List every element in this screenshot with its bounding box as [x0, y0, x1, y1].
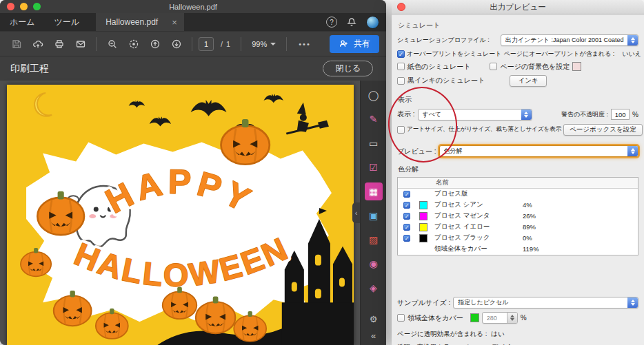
print-icon[interactable] [50, 35, 68, 53]
ink-button[interactable]: インキ [510, 75, 547, 87]
plate-coverage: 89% [523, 223, 536, 231]
transparency-label: ページに透明効果が含まれる : [397, 330, 487, 339]
sample-size-value: 指定したピクセル [458, 298, 627, 307]
preflight-tool-icon[interactable]: ☑ [365, 158, 383, 176]
sample-size-row: サンプルサイズ : 指定したピクセル [397, 297, 638, 309]
warning-opacity-label: 警告の不透明度 : [561, 110, 608, 119]
page-background-swatch[interactable] [572, 62, 581, 71]
document-tab-label: Halloween.pdf [105, 17, 158, 27]
simulate-overprint-row: オーバープリントをシミュレート ページにオーバープリントが含まれる : いいえ [397, 50, 638, 59]
preview-value: 色分解 [444, 147, 628, 156]
next-page-icon[interactable] [167, 35, 185, 53]
close-panel-button[interactable]: 閉じる [323, 61, 373, 76]
gear-icon[interactable]: ⚙ [370, 314, 378, 324]
plate-checkbox[interactable] [403, 235, 410, 242]
cyan-swatch [419, 201, 427, 209]
magenta-swatch [419, 212, 427, 220]
zoom-window-button[interactable] [33, 3, 41, 10]
print-production-tool-icon[interactable]: ▦ [365, 182, 383, 200]
stamp-tool-icon[interactable]: ▭ [365, 134, 383, 152]
overprint-status-label: ページにオーバープリントが含まれる : [504, 50, 615, 59]
pdf-page[interactable]: HAPPY HAPPY HALLOWEEN HALLOWEEN [7, 85, 354, 345]
colorspace-value: デバイス CMYK [491, 343, 539, 345]
table-row: プロセス イエロー 89% [398, 222, 638, 233]
preview-select[interactable]: 色分解 [439, 145, 639, 157]
sample-size-select[interactable]: 指定したピクセル [453, 297, 638, 309]
show-select[interactable]: すべて [418, 109, 532, 121]
page-count: / 1 [221, 40, 230, 48]
close-window-button[interactable] [7, 3, 14, 10]
minimize-window-button[interactable] [20, 3, 28, 10]
dialog-title: 出力プレビュー [392, 2, 644, 12]
plate-checkbox[interactable] [403, 213, 410, 220]
tac-value: 280 [487, 315, 507, 322]
total-area-coverage-checkbox[interactable] [397, 314, 405, 322]
chevron-down-icon [270, 43, 276, 48]
output-preview-tool-icon[interactable]: ◉ [365, 255, 383, 273]
zoom-out-icon[interactable] [103, 35, 121, 53]
main-toolbar: 1 / 1 99% ••• 共有 [0, 31, 386, 56]
simulation-profile-select[interactable]: 出力インテント :Japan Color 2001 Coated [501, 34, 638, 46]
export-pdf-tool-icon[interactable]: ▨ [365, 231, 383, 249]
warning-opacity-input[interactable]: 100 [611, 109, 630, 120]
window-titlebar: Halloween.pdf [0, 0, 386, 13]
preview-row: プレビュー : 色分解 [397, 145, 638, 157]
simulate-overprint-checkbox[interactable] [397, 50, 405, 58]
organize-pages-tool-icon[interactable]: ▣ [365, 207, 383, 224]
cloud-upload-icon[interactable] [28, 35, 47, 53]
transparency-status-row: ページに透明効果が含まれる : はい [397, 330, 638, 339]
page-number-input[interactable]: 1 [199, 37, 214, 51]
colorspace-label: 透明の変換用カラースペース : [397, 343, 487, 345]
toolbar-separator [286, 37, 287, 51]
zoom-level-select[interactable]: 99% [248, 40, 280, 48]
simulate-black-ink-label: 黒インキのシミュレート [407, 76, 485, 85]
share-button[interactable]: 共有 [330, 35, 379, 53]
panel-collapse-handle[interactable]: ‹ [352, 202, 360, 223]
email-icon[interactable] [71, 35, 90, 53]
previous-page-icon[interactable] [145, 35, 164, 53]
show-row: 表示 : すべて 警告の不透明度 : 100 % [397, 109, 638, 121]
separations-section-heading: 色分解 [398, 165, 638, 174]
save-icon[interactable] [7, 35, 26, 53]
dialog-body: シミュレート シミュレーションプロファイル : 出力インテント :Japan C… [392, 14, 644, 345]
ink-manager-tool-icon[interactable]: ◈ [365, 279, 383, 297]
tac-warning-swatch[interactable] [470, 313, 479, 322]
edit-pdf-tool-icon[interactable]: ✎ [365, 110, 383, 128]
plate-checkbox[interactable] [403, 191, 410, 198]
tab-bar: ホーム ツール Halloween.pdf × ? [0, 13, 386, 31]
tools-menu-item[interactable]: ツール [45, 13, 90, 31]
toolbar-separator [192, 37, 192, 51]
plate-coverage: 4% [523, 201, 532, 209]
table-row: プロセス マゼンタ 26% [398, 211, 638, 222]
user-avatar[interactable] [366, 16, 379, 29]
table-row: プロセス ブラック 0% [398, 233, 638, 244]
set-page-boxes-button[interactable]: ページボックスを設定 [563, 124, 643, 136]
total-area-coverage-label: 領域全体をカバー [407, 313, 463, 323]
tac-value-select[interactable]: 280 [482, 312, 518, 324]
transparency-value: はい [491, 330, 504, 339]
dialog-close-button[interactable] [397, 3, 405, 11]
page-background-checkbox[interactable] [490, 63, 497, 70]
output-preview-dialog: 出力プレビュー シミュレート シミュレーションプロファイル : 出力インテント … [392, 0, 644, 345]
marquee-zoom-icon[interactable] [124, 35, 143, 53]
help-icon[interactable]: ? [326, 17, 337, 28]
comment-tool-icon[interactable]: ◯ [365, 86, 383, 104]
popup-arrows-icon [507, 313, 517, 323]
notifications-bell-icon[interactable] [345, 16, 358, 28]
plate-checkbox[interactable] [403, 224, 410, 231]
show-page-boxes-checkbox[interactable] [397, 126, 405, 134]
page-background-label: ページの背景色を設定 [500, 62, 570, 72]
simulation-profile-value: 出力インテント :Japan Color 2001 Coated [505, 36, 627, 45]
plate-name: プロセス ブラック [434, 233, 523, 242]
simulate-paper-color-checkbox[interactable] [397, 63, 405, 70]
plate-checkbox[interactable] [403, 202, 410, 209]
collapse-strip-icon[interactable]: « [371, 331, 376, 341]
tab-close-icon[interactable]: × [172, 17, 177, 28]
simulate-black-ink-checkbox[interactable] [397, 77, 405, 85]
dialog-titlebar: 出力プレビュー [392, 0, 644, 14]
more-tools-icon[interactable]: ••• [293, 40, 316, 48]
share-button-label: 共有 [354, 38, 370, 50]
plate-coverage: 119% [523, 245, 539, 253]
home-menu-item[interactable]: ホーム [0, 13, 45, 31]
document-tab[interactable]: Halloween.pdf × [96, 13, 184, 31]
